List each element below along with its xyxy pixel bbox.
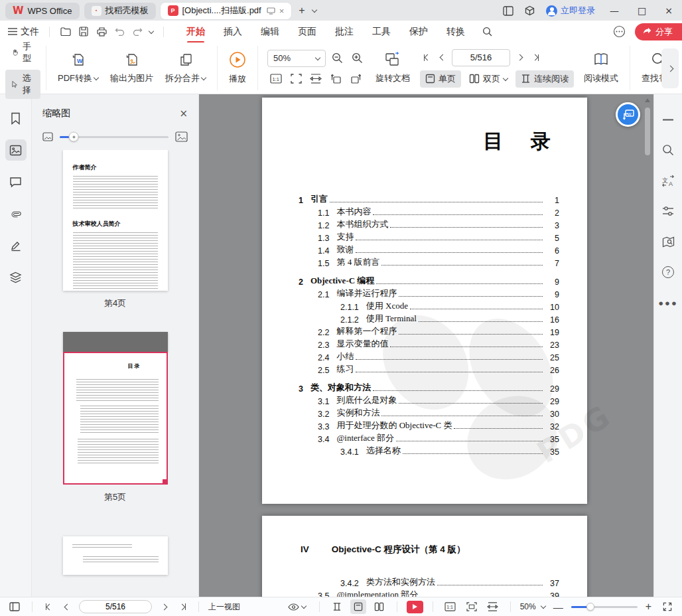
ribbon-tab-annotate[interactable]: 批注: [326, 22, 363, 42]
maximize-button[interactable]: □: [634, 5, 650, 16]
pdf-convert-button[interactable]: W PDF转换: [52, 52, 104, 84]
thumbnail-page-5[interactable]: 目 录: [63, 332, 168, 485]
more-options-icon[interactable]: ●●●: [660, 295, 676, 311]
zoom-chevron-icon[interactable]: [540, 603, 545, 609]
tab-list-chevron-icon[interactable]: [311, 7, 316, 13]
split-window-icon[interactable]: [503, 6, 513, 16]
scrollbar-thumb[interactable]: [645, 108, 650, 155]
slider-knob[interactable]: [69, 132, 79, 142]
tab-wps-home[interactable]: W WPS Office: [5, 3, 80, 19]
previous-view-button[interactable]: 上一视图: [208, 601, 240, 613]
thumbnails-panel-button[interactable]: [5, 139, 27, 161]
status-actual-size-icon[interactable]: 1:1: [443, 599, 458, 614]
zoom-slider-knob[interactable]: [586, 603, 594, 611]
single-page-toggle[interactable]: 单页: [420, 70, 461, 88]
zoom-in-button[interactable]: [348, 50, 366, 66]
close-panel-icon[interactable]: ×: [179, 108, 188, 119]
selection-handle[interactable]: [163, 479, 168, 485]
status-fit-width-icon[interactable]: [485, 599, 501, 614]
bookmarks-panel-button[interactable]: [5, 108, 27, 129]
settings-sliders-icon[interactable]: [660, 203, 676, 219]
scroll-up-arrow[interactable]: [645, 98, 650, 102]
status-page-number-input[interactable]: [79, 600, 152, 613]
double-page-toggle[interactable]: 双页: [464, 70, 513, 88]
previous-page-button[interactable]: [436, 51, 449, 64]
close-window-button[interactable]: ×: [661, 5, 677, 16]
fit-width-button[interactable]: [307, 71, 324, 87]
status-next-page-button[interactable]: [157, 600, 170, 613]
hand-tool-button[interactable]: 手型: [5, 38, 40, 67]
comments-panel-button[interactable]: [5, 171, 27, 193]
ribbon-tab-page[interactable]: 页面: [289, 22, 326, 42]
document-view[interactable]: 目 录 1 引言 1 1.1 本书内容: [199, 94, 653, 597]
status-single-page-icon[interactable]: [350, 599, 366, 614]
share-button[interactable]: 分享: [635, 23, 682, 40]
ribbon-tab-edit[interactable]: 编辑: [251, 22, 289, 42]
monitor-icon[interactable]: [267, 7, 275, 15]
layers-panel-button[interactable]: [5, 267, 27, 288]
search-icon[interactable]: [660, 142, 676, 158]
read-mode-button[interactable]: 阅读模式: [578, 52, 624, 84]
next-page-button[interactable]: [513, 51, 526, 64]
rotate-left-button[interactable]: [327, 71, 344, 87]
status-play-button[interactable]: [407, 601, 423, 613]
status-zoom-value[interactable]: 50%: [520, 602, 536, 611]
rotate-document-button[interactable]: 旋转文档: [370, 52, 416, 84]
status-fit-page-icon[interactable]: [464, 599, 480, 614]
zoom-in-plus-button[interactable]: +: [643, 601, 654, 613]
new-tab-button[interactable]: +: [296, 5, 307, 17]
ribbon-tab-tools[interactable]: 工具: [363, 22, 400, 42]
toolbar-expand-button[interactable]: [661, 48, 679, 88]
minimize-button[interactable]: —: [606, 5, 623, 16]
page-number-input[interactable]: [452, 49, 510, 66]
status-previous-page-button[interactable]: [60, 600, 74, 613]
file-menu-button[interactable]: 文件: [8, 26, 39, 38]
login-button[interactable]: 立即登录: [546, 5, 595, 17]
print-icon[interactable]: [96, 26, 107, 38]
save-icon[interactable]: [78, 26, 90, 38]
continuous-reading-toggle[interactable]: 连续阅读: [515, 70, 574, 88]
close-tab-icon[interactable]: ×: [279, 6, 285, 16]
zoom-level-combobox[interactable]: 50%: [267, 50, 326, 67]
first-page-button[interactable]: [420, 51, 433, 64]
tab-docer-templates[interactable]: ᛫ 找稻壳模板: [84, 3, 156, 19]
status-continuous-icon[interactable]: [329, 599, 345, 614]
fit-page-button[interactable]: [287, 71, 305, 87]
thumbnail-size-slider[interactable]: [60, 136, 169, 138]
zoom-slider[interactable]: [571, 606, 638, 608]
status-first-page-button[interactable]: [42, 600, 55, 613]
history-chevron-icon[interactable]: [149, 28, 154, 33]
status-last-page-button[interactable]: [176, 600, 189, 613]
translate-icon[interactable]: 文A: [660, 173, 676, 189]
collapse-icon[interactable]: [660, 112, 676, 127]
vertical-scrollbar[interactable]: [643, 94, 652, 597]
floating-convert-button[interactable]: W: [616, 102, 640, 127]
ribbon-tab-insert[interactable]: 插入: [214, 22, 251, 42]
play-button[interactable]: 播放: [223, 51, 252, 85]
ribbon-search-icon[interactable]: [481, 26, 493, 38]
ribbon-tab-protect[interactable]: 保护: [400, 22, 437, 42]
export-image-button[interactable]: 输出为图片: [104, 52, 159, 84]
fullscreen-icon[interactable]: [659, 599, 675, 614]
last-page-button[interactable]: [529, 51, 542, 64]
navigation-search-icon[interactable]: [660, 234, 676, 250]
thumbnail-page-4[interactable]: 作者简介 技术审校人员简介: [63, 150, 168, 291]
undo-icon[interactable]: [113, 26, 125, 38]
thumbnail-page-6[interactable]: [63, 536, 168, 575]
redo-icon[interactable]: [131, 26, 143, 38]
view-visibility-button[interactable]: [285, 599, 310, 614]
split-merge-button[interactable]: 拆分合并: [159, 52, 212, 84]
tab-pdf-document[interactable]: P [Objecti....扫描版.pdf ×: [161, 3, 292, 19]
select-tool-button[interactable]: 选择: [5, 70, 40, 99]
ribbon-tab-convert[interactable]: 转换: [437, 22, 474, 42]
open-folder-icon[interactable]: [60, 26, 72, 38]
rotate-right-button[interactable]: [347, 71, 364, 87]
toggle-panel-icon[interactable]: [7, 599, 23, 614]
workspace-box-icon[interactable]: [524, 5, 535, 17]
ribbon-tab-home[interactable]: 开始: [177, 22, 214, 42]
signature-panel-button[interactable]: [5, 235, 27, 256]
status-double-page-icon[interactable]: [372, 599, 387, 614]
zoom-out-minus-button[interactable]: —: [551, 601, 566, 613]
attachments-panel-button[interactable]: [5, 203, 27, 224]
more-tools-icon[interactable]: [613, 25, 626, 38]
